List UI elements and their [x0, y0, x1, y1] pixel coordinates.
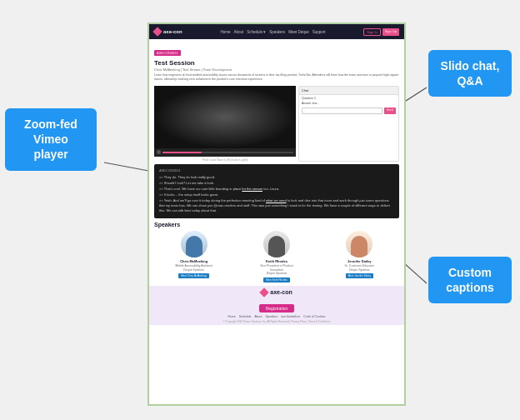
speaker-name-1: Chris McMeeking: [180, 259, 208, 263]
caption-line-4: >> It looks -- the setup itself looks gr…: [159, 192, 394, 198]
video-frame: [154, 86, 296, 148]
session-desc: Learn how engineers at Intuit tackled ac…: [154, 73, 399, 82]
chat-message-2: Answer text...: [302, 102, 396, 106]
captions-annotation: Custom captions: [428, 257, 512, 303]
speakers-section: Speakers Chris McMeeking Mobile Accessib…: [149, 218, 404, 286]
chat-input[interactable]: [302, 108, 382, 114]
chat-body: Question 1 Answer text... Send: [299, 95, 398, 116]
session-meta: Chris McMeeking | Test Stream | Team Dev…: [154, 68, 399, 72]
logo-text: axe-con: [163, 29, 182, 34]
chat-input-row: Send: [302, 108, 396, 114]
speaker-btn-3[interactable]: Meet Jennifer Dailey: [346, 273, 373, 278]
outer-container: Zoom-fed Vimeo player Slido chat, Q&A Cu…: [0, 0, 520, 420]
speaker-name-3: Jennifer Dailey: [348, 259, 371, 263]
video-controls: [154, 148, 296, 157]
nav-buttons: Sign In Sign Up: [363, 28, 399, 36]
footer-link-speakers[interactable]: Speakers: [266, 315, 278, 318]
video-section: First Last Name (Roboto Light): [154, 86, 296, 162]
footer-logo-text: axe-con: [270, 289, 292, 295]
chat-header: Chat: [299, 87, 398, 95]
mockup-screenshot: axe-con Home About Schedule ▾ Speakers M…: [148, 22, 406, 406]
registration-button[interactable]: Registration: [259, 304, 295, 312]
progress-fill: [162, 152, 202, 153]
chat-section: Chat Question 1 Answer text... Send: [298, 86, 399, 162]
caption-line-1: >> They do. They do look really good.: [159, 175, 394, 180]
speaker-card-2: Keith Rhodes Vice President of Product I…: [253, 231, 299, 282]
speaker-name-2: Keith Rhodes: [266, 259, 288, 263]
speaker-avatar-1: [181, 231, 208, 258]
chat-send-button[interactable]: Send: [384, 108, 396, 114]
footer-link-schedule[interactable]: Schedule: [239, 315, 252, 318]
speaker-avatar-2: [263, 231, 290, 258]
site-logo: axe-con: [154, 28, 182, 35]
nav-support: Support: [312, 30, 326, 34]
nav-links: Home About Schedule ▾ Speakers Meet Dequ…: [220, 30, 325, 34]
footer-copy: © Copyright 2020 Deque Systems, Inc. All…: [154, 320, 399, 323]
progress-bar[interactable]: [162, 152, 293, 153]
session-title: Test Session: [154, 59, 399, 67]
footer-diamond-icon: [260, 288, 269, 297]
nav-meetdeque: Meet Deque: [288, 30, 309, 34]
footer-link-home[interactable]: Home: [228, 315, 235, 318]
caption-line-5: >> Yeah. And we'll go over it today duri…: [159, 198, 394, 213]
footer-links: Home Schedule About Speakers axe-hackath…: [154, 315, 399, 318]
avatar-figure-3: [351, 236, 368, 258]
footer-link-hackathon[interactable]: axe-hackathon: [281, 315, 300, 318]
speaker-role-3: Sr. Customer EducatorDeque Systems: [345, 264, 374, 272]
footer-logo: axe-con: [154, 289, 399, 296]
play-icon[interactable]: [157, 150, 161, 154]
captions-label: AXECON2021: [159, 168, 394, 172]
speaker-avatar-3: [346, 231, 372, 258]
avatar-figure-1: [186, 236, 202, 258]
speaker-role-1: Mobile Accessibility ArchitectDeque Syst…: [175, 264, 212, 272]
video-label: First Last Name (Roboto Light): [154, 158, 296, 162]
speaker-card-3: Jennifer Dailey Sr. Customer EducatorDeq…: [337, 231, 382, 282]
speaker-btn-1[interactable]: Meet Chris McMeeking: [178, 273, 209, 278]
logo-diamond-icon: [152, 27, 162, 36]
nav-schedule: Schedule ▾: [247, 30, 266, 34]
session-tag: AXECON2021: [154, 50, 181, 56]
speakers-row: Chris McMeeking Mobile Accessibility Arc…: [154, 231, 399, 282]
avatar-figure-2: [268, 236, 285, 258]
captions-area: AXECON2021 >> They do. They do look real…: [154, 164, 399, 218]
footer-link-conduct[interactable]: Code of Conduct: [303, 315, 325, 318]
video-player[interactable]: [154, 86, 296, 157]
speaker-btn-2[interactable]: Meet Keith Rhodes: [263, 278, 290, 282]
zoom-annotation: Zoom-fed Vimeo player: [5, 108, 97, 171]
nav-speakers: Speakers: [269, 30, 285, 34]
site-footer: axe-con Registration Home Schedule About…: [149, 286, 404, 325]
caption-line-2: >> Should I look? Let me take a look.: [159, 181, 394, 186]
nav-about: About: [233, 30, 243, 34]
speaker-card-1: Chris McMeeking Mobile Accessibility Arc…: [171, 231, 217, 282]
speakers-title: Speakers: [154, 222, 399, 228]
footer-link-about[interactable]: About: [254, 315, 262, 318]
slido-annotation: Slido chat, Q&A: [428, 50, 512, 97]
session-header: AXECON2021 Test Session Chris McMeeking …: [149, 39, 404, 83]
site-nav: axe-con Home About Schedule ▾ Speakers M…: [149, 24, 404, 39]
caption-line-3: >> That's cool. We have our cute little …: [159, 187, 394, 192]
signin-button[interactable]: Sign In: [363, 28, 380, 36]
speaker-role-2: Vice President of Product InnovationDequ…: [253, 264, 299, 276]
chat-message-1: Question 1: [302, 97, 396, 101]
nav-home: Home: [220, 30, 230, 34]
content-row: First Last Name (Roboto Light) Chat Ques…: [149, 83, 404, 164]
signup-button[interactable]: Sign Up: [382, 28, 399, 36]
